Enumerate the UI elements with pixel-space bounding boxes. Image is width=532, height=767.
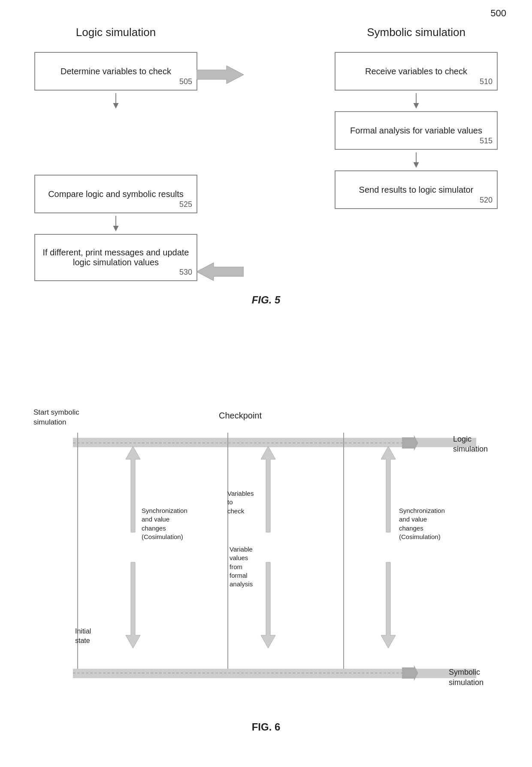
double-arrow-3 [378,446,399,648]
fig5-section: Logic simulation Symbolic simulation Det… [17,21,515,306]
right-flow: Receive variables to check 510 Formal an… [335,52,498,209]
step-510-text: Receive variables to check [365,67,467,76]
step-515-num: 515 [480,136,493,146]
step-520-num: 520 [480,196,493,205]
arrow-510-515 [335,93,498,109]
svg-marker-5 [196,263,244,281]
fig5-caption-text: FIG. 5 [252,294,281,306]
col-left-header-wrap: Logic simulation [34,26,197,52]
label-start-symbolic: Start symbolic simulation [33,408,81,427]
svg-marker-16 [381,446,396,532]
step-515: Formal analysis for variable values 515 [335,111,498,150]
fig6-caption-text: FIG. 6 [252,721,281,733]
fig6-caption: FIG. 6 [17,721,515,733]
svg-marker-3 [113,226,119,231]
svg-marker-17 [381,562,396,648]
svg-marker-10 [402,435,418,451]
step-510: Receive variables to check 510 [335,52,498,91]
svg-marker-14 [261,446,275,532]
page-number: 500 [490,8,506,19]
logic-timeline-arrow [402,435,418,451]
svg-marker-11 [402,665,418,681]
step-505-num: 505 [179,77,192,86]
double-arrow-1 [122,446,144,648]
label-sync1: Synchronization and value changes (Cosim… [142,506,202,541]
label-initial-state: Initial state [75,627,91,645]
dashed-top [73,443,408,443]
label-logic-simulation: Logic simulation [453,434,500,455]
fig5-flow: Determine variables to check 505 Compare… [17,52,515,281]
step-515-text: Formal analysis for variable values [350,126,482,136]
h-arrow-left [196,261,244,282]
label-checkpoint: Checkpoint [210,410,270,421]
step-525-num: 525 [179,200,192,209]
arrow-505-525 [34,93,197,109]
left-flow: Determine variables to check 505 Compare… [34,52,197,281]
step-530-text: If different, print messages and update … [41,248,190,267]
label-variables-to-check: Variables to check [227,489,262,515]
svg-marker-1 [113,103,119,109]
col-right-header-wrap: Symbolic simulation [335,26,498,52]
svg-marker-13 [126,562,140,648]
step-505-text: Determine variables to check [60,67,171,76]
label-symbolic-simulation: Symbolic simulation [449,667,500,688]
vsep-middle [227,433,228,669]
fig5-caption: FIG. 5 [17,294,515,306]
label-sync2: Synchronization and value changes (Cosim… [399,506,459,541]
svg-marker-4 [196,66,244,84]
dashed-bottom [73,673,408,673]
svg-marker-9 [414,162,419,168]
arrow-515-520 [335,152,498,168]
timeline-diagram: Logic simulation Symbolic simulation Sta… [30,403,502,712]
step-525-text: Compare logic and symbolic results [48,189,184,199]
svg-marker-12 [126,446,140,532]
step-530-num: 530 [179,268,192,277]
fig6-section: Logic simulation Symbolic simulation Sta… [17,403,515,733]
vsep-right [343,433,344,669]
symbolic-timeline-arrow [402,665,418,681]
h-arrow-right [196,64,244,85]
svg-marker-7 [414,103,419,109]
step-510-num: 510 [480,77,493,86]
step-520: Send results to logic simulator 520 [335,170,498,209]
step-505: Determine variables to check 505 [34,52,197,91]
label-variable-values: Variable values from formal analysis [230,545,268,588]
step-520-text: Send results to logic simulator [359,185,474,195]
step-525: Compare logic and symbolic results 525 [34,175,197,213]
col-right-header: Symbolic simulation [335,26,498,39]
step-530: If different, print messages and update … [34,234,197,281]
col-left-header: Logic simulation [34,26,197,39]
arrow-525-530 [34,216,197,231]
